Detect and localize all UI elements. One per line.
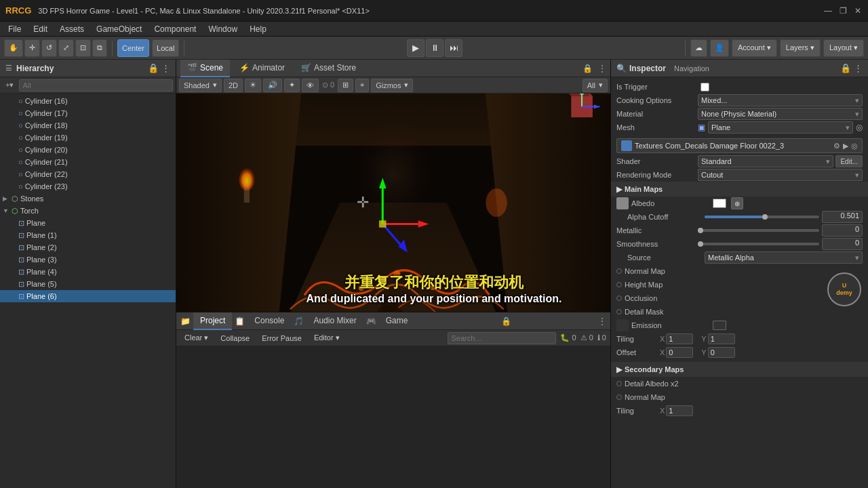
tiling-x-input[interactable] xyxy=(666,333,693,344)
list-item[interactable]: ○ Cylinder (17) xyxy=(0,107,176,119)
tab-game[interactable]: Game xyxy=(379,312,415,330)
texture-action-icon[interactable]: ▶ xyxy=(843,142,848,150)
mesh-select-icon[interactable]: ◎ xyxy=(856,123,863,132)
error-pause-button[interactable]: Error Pause xyxy=(258,333,306,344)
maximize-button[interactable]: ❐ xyxy=(838,6,848,16)
metallic-value[interactable]: 0 xyxy=(822,224,863,237)
smoothness-value[interactable]: 0 xyxy=(822,238,863,250)
offset-y-input[interactable] xyxy=(708,347,735,358)
hierarchy-add[interactable]: +▾ xyxy=(3,81,16,89)
transform-tool[interactable]: ⧉ xyxy=(92,39,107,57)
bottom-search[interactable] xyxy=(448,332,556,344)
list-item[interactable]: ○ Cylinder (22) xyxy=(0,168,176,180)
list-item[interactable]: ○ Cylinder (20) xyxy=(0,144,176,156)
lighting-button[interactable]: ☀ xyxy=(245,79,261,92)
hand-tool[interactable]: ✋ xyxy=(4,39,23,57)
hierarchy-menu[interactable]: ⋮ xyxy=(161,63,170,73)
list-item-plane6[interactable]: ⊡ Plane (6) xyxy=(0,290,176,302)
hierarchy-lock[interactable]: 🔒 xyxy=(148,63,159,73)
list-item[interactable]: ⊡ Plane (5) xyxy=(0,278,176,290)
list-item[interactable]: ⊡ Plane (1) xyxy=(0,229,176,241)
scene-menu[interactable]: ⋮ xyxy=(598,64,606,73)
step-button[interactable]: ⏭ xyxy=(445,39,462,57)
audio-button[interactable]: 🔊 xyxy=(263,79,282,92)
inspector-lock[interactable]: 🔒 xyxy=(840,63,851,73)
menu-help[interactable]: Help xyxy=(244,23,272,35)
alpha-cutoff-value[interactable]: 0.501 xyxy=(822,211,863,223)
metallic-slider[interactable]: 0 xyxy=(698,224,863,237)
emission-swatch[interactable] xyxy=(713,321,726,330)
list-item-torch[interactable]: ▼ ⬡ Torch xyxy=(0,205,176,217)
rotate-tool[interactable]: ↺ xyxy=(41,39,57,57)
cloud-button[interactable]: ☁ xyxy=(690,39,707,57)
shader-edit-button[interactable]: Edit... xyxy=(835,155,863,167)
layers-dropdown[interactable]: Layers ▾ xyxy=(780,39,821,57)
menu-edit[interactable]: Edit xyxy=(28,23,53,35)
secondary-maps-header[interactable]: ▶ Secondary Maps xyxy=(611,362,868,377)
play-button[interactable]: ▶ xyxy=(407,39,425,57)
menu-file[interactable]: File xyxy=(3,23,26,35)
material-dropdown[interactable]: None (Physic Material) xyxy=(698,108,863,120)
list-item[interactable]: ○ Cylinder (23) xyxy=(0,180,176,192)
menu-gameobject[interactable]: GameObject xyxy=(91,23,147,35)
rendering-mode-dropdown[interactable]: Cutout xyxy=(698,169,863,181)
tab-scene[interactable]: 🎬 Scene xyxy=(180,60,230,77)
tab-project[interactable]: Project xyxy=(193,312,232,330)
mesh-dropdown[interactable]: Plane xyxy=(708,121,853,134)
list-item[interactable]: ⊡ Plane (3) xyxy=(0,253,176,266)
tab-console[interactable]: Console xyxy=(248,312,291,330)
offset-x-input[interactable] xyxy=(666,347,693,358)
minimize-button[interactable]: — xyxy=(823,6,833,16)
clear-dropdown[interactable]: Clear xyxy=(180,332,212,344)
smoothness-slider[interactable]: 0 xyxy=(698,238,863,250)
list-item[interactable]: ⊡ Plane xyxy=(0,217,176,229)
move-tool[interactable]: ✛ xyxy=(24,39,40,57)
rect-tool[interactable]: ⊡ xyxy=(75,39,91,57)
search-all[interactable]: All xyxy=(583,79,608,92)
texture-select-icon[interactable]: ◎ xyxy=(851,142,858,150)
list-item[interactable]: ○ Cylinder (19) xyxy=(0,131,176,144)
grid-button[interactable]: ⊞ xyxy=(338,79,353,92)
account-dropdown[interactable]: Account ▾ xyxy=(732,39,777,57)
scale-tool[interactable]: ⤢ xyxy=(58,39,74,57)
is-trigger-checkbox[interactable] xyxy=(701,83,709,92)
menu-assets[interactable]: Assets xyxy=(54,23,90,35)
menu-window[interactable]: Window xyxy=(203,23,243,35)
source-dropdown[interactable]: Metallic Alpha xyxy=(705,251,863,264)
list-item[interactable]: ⊡ Plane (2) xyxy=(0,241,176,253)
menu-component[interactable]: Component xyxy=(149,23,201,35)
tiling-y-input[interactable] xyxy=(708,333,735,344)
navigation-tab[interactable]: Navigation xyxy=(674,64,709,73)
albedo-color-picker[interactable]: ⊕ xyxy=(731,197,743,209)
hide-button[interactable]: 👁 xyxy=(302,79,319,92)
scene-viewport[interactable]: y xyxy=(176,94,610,312)
tab-asset-store[interactable]: 🛒 Asset Store xyxy=(294,60,363,77)
scene-lock[interactable]: 🔒 xyxy=(583,64,593,73)
collapse-button[interactable]: Collapse xyxy=(216,333,254,344)
effects-button[interactable]: ✦ xyxy=(284,79,300,92)
2d-button[interactable]: 2D xyxy=(224,79,243,92)
list-item-stones[interactable]: ▶ ⬡ Stones xyxy=(0,192,176,205)
collab-button[interactable]: 👤 xyxy=(710,39,729,57)
hierarchy-search[interactable] xyxy=(19,79,173,92)
bottom-lock[interactable]: 🔒 xyxy=(501,317,511,326)
pause-button[interactable]: ⏸ xyxy=(426,39,443,57)
bottom-menu[interactable]: ⋮ xyxy=(598,317,606,326)
center-button[interactable]: Center xyxy=(117,39,149,57)
list-item[interactable]: ○ Cylinder (16) xyxy=(0,95,176,107)
secondary-tiling-x-input[interactable] xyxy=(666,405,693,416)
albedo-color-swatch[interactable] xyxy=(713,199,726,208)
tab-audio-mixer[interactable]: Audio Mixer xyxy=(307,312,363,330)
list-item[interactable]: ○ Cylinder (18) xyxy=(0,119,176,131)
cooking-options-dropdown[interactable]: Mixed... xyxy=(698,94,863,106)
snap-button[interactable]: ⌖ xyxy=(355,79,369,92)
list-item[interactable]: ⊡ Plane (4) xyxy=(0,266,176,278)
layout-dropdown[interactable]: Layout ▾ xyxy=(823,39,864,57)
main-maps-header[interactable]: ▶ Main Maps xyxy=(611,182,868,197)
local-button[interactable]: Local xyxy=(152,39,179,57)
shading-dropdown[interactable]: Shaded xyxy=(179,79,222,92)
editor-dropdown[interactable]: Editor xyxy=(310,332,344,344)
inspector-menu[interactable]: ⋮ xyxy=(854,63,863,73)
close-button[interactable]: ✕ xyxy=(853,6,863,16)
tab-animator[interactable]: ⚡ Animator xyxy=(233,60,292,77)
